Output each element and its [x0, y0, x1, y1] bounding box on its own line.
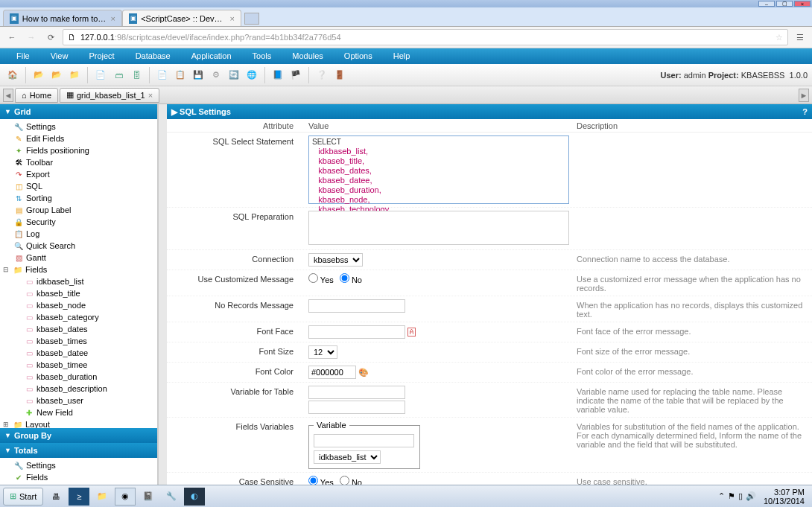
- app-toolbar: 🏠 📂 📂 📁 📄 🗃 🗄 📄 📋 💾 ⚙ 🔄 🌐 📘 🏴 ❔ 🚪 User: …: [0, 64, 812, 86]
- tab-scroll-left[interactable]: ◄: [3, 89, 13, 102]
- url-text: 127.0.0.1:98/scriptcase/devel/iface/inde…: [80, 33, 341, 42]
- close-tab-icon[interactable]: ×: [111, 14, 115, 23]
- close-tab-icon[interactable]: ×: [148, 91, 153, 100]
- bookmark-icon[interactable]: ☆: [775, 33, 783, 42]
- close-tab-icon[interactable]: ×: [230, 14, 235, 23]
- status-user-project: User: admin Project: KBASEBSS 1.0.0: [660, 71, 808, 80]
- os-titlebar: – ▢ ×: [0, 0, 812, 7]
- app-tab-bar: ◄ ⌂ Home ▦ grid_kbaseb_list_1 × ►: [0, 86, 812, 104]
- db-icon[interactable]: 🗃: [110, 67, 127, 83]
- db2-icon[interactable]: 🗄: [128, 67, 145, 83]
- grid-small-icon: ▦: [66, 90, 74, 100]
- forward-button[interactable]: →: [24, 30, 39, 45]
- copy-icon[interactable]: 📋: [172, 67, 188, 83]
- address-bar[interactable]: 🗋 127.0.0.1:98/scriptcase/devel/iface/in…: [63, 29, 788, 45]
- open2-icon[interactable]: 📂: [48, 67, 65, 83]
- browser-toolbar: ← → ⟳ 🗋 127.0.0.1:98/scriptcase/devel/if…: [0, 27, 812, 48]
- tab-scroll-right[interactable]: ►: [799, 89, 809, 102]
- browser-tab-strip: ▣ How to make form to reflect × ▣ <Scrip…: [0, 7, 812, 27]
- open-icon[interactable]: 📂: [31, 67, 47, 83]
- tab-title: How to make form to reflect: [22, 14, 107, 23]
- menu-view[interactable]: View: [40, 48, 79, 64]
- browser-tab-2-active[interactable]: ▣ <ScriptCase> :: Development ×: [122, 10, 241, 26]
- open3-icon[interactable]: 📁: [66, 67, 83, 83]
- menu-tools[interactable]: Tools: [242, 48, 282, 64]
- menu-modules[interactable]: Modules: [282, 48, 334, 64]
- app-menu-bar: File View Project Database Application T…: [0, 48, 812, 64]
- page-icon: 🗋: [68, 33, 77, 42]
- tab-title: <ScriptCase> :: Development: [141, 14, 226, 23]
- book-icon[interactable]: 📘: [270, 67, 286, 83]
- new-tab-button[interactable]: [244, 13, 259, 25]
- refresh-icon[interactable]: 🔄: [226, 67, 242, 83]
- home-icon[interactable]: 🏠: [4, 67, 21, 83]
- menu-icon[interactable]: ☰: [793, 30, 808, 45]
- gear-icon[interactable]: ⚙: [208, 67, 224, 83]
- sc-favicon-icon: ▣: [10, 13, 19, 24]
- tab-grid-label: grid_kbaseb_list_1: [77, 91, 145, 100]
- tab-home-label: Home: [30, 91, 51, 100]
- menu-file[interactable]: File: [6, 48, 40, 64]
- reload-button[interactable]: ⟳: [43, 30, 58, 45]
- page-icon[interactable]: 📄: [154, 67, 171, 83]
- maximize-window[interactable]: ▢: [776, 1, 793, 7]
- menu-project[interactable]: Project: [78, 48, 124, 64]
- menu-application[interactable]: Application: [181, 48, 242, 64]
- sc-favicon-icon: ▣: [129, 13, 137, 24]
- minimize-window[interactable]: –: [758, 1, 775, 7]
- help-icon[interactable]: ❔: [314, 67, 330, 83]
- home-small-icon: ⌂: [22, 91, 27, 100]
- menu-options[interactable]: Options: [334, 48, 383, 64]
- menu-database[interactable]: Database: [125, 48, 181, 64]
- save-icon[interactable]: 💾: [190, 67, 206, 83]
- close-window[interactable]: ×: [794, 1, 811, 7]
- new-app-icon[interactable]: 📄: [92, 67, 109, 83]
- tab-home[interactable]: ⌂ Home: [15, 88, 58, 103]
- globe-icon[interactable]: 🌐: [244, 67, 260, 83]
- flag-icon[interactable]: 🏴: [288, 67, 304, 83]
- browser-tab-1[interactable]: ▣ How to make form to reflect ×: [3, 10, 122, 26]
- tab-grid-kbaseb[interactable]: ▦ grid_kbaseb_list_1 ×: [60, 88, 159, 103]
- exit-icon[interactable]: 🚪: [332, 67, 348, 83]
- menu-help[interactable]: Help: [383, 48, 421, 64]
- back-button[interactable]: ←: [4, 30, 19, 45]
